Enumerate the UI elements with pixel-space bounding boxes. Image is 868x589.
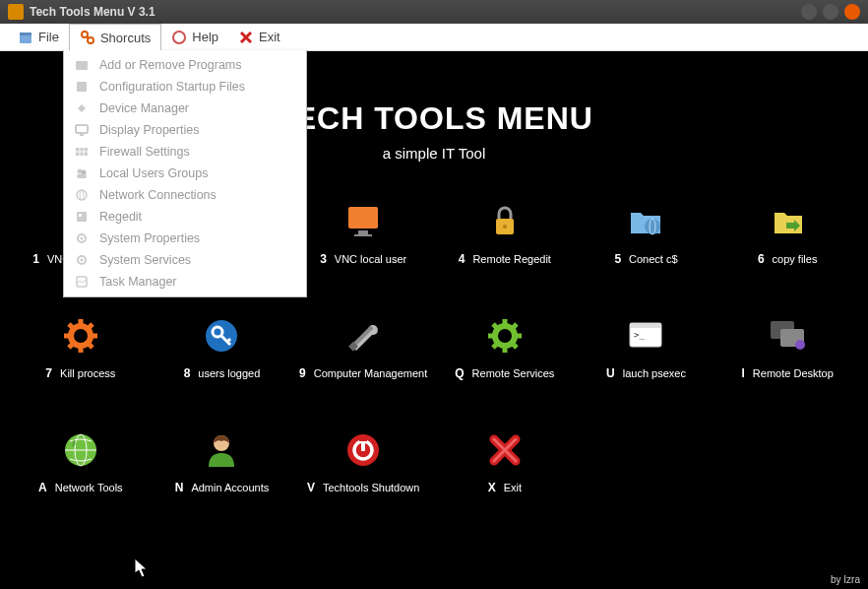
- svg-rect-36: [348, 207, 378, 229]
- tile-label: Exit: [504, 482, 522, 493]
- svg-line-66: [512, 324, 517, 329]
- svg-point-41: [645, 219, 660, 234]
- dropdown-item-device-manager[interactable]: Device Manager: [64, 98, 306, 119]
- dropdown-item-services[interactable]: System Services: [64, 249, 306, 271]
- tile-exit[interactable]: XExit: [434, 429, 576, 494]
- tile-remote-regedit[interactable]: 4Remote Regedit: [434, 201, 576, 266]
- menu-help[interactable]: Help: [161, 24, 228, 50]
- dropdown-label: Display Properties: [99, 123, 199, 137]
- tile-network-tools[interactable]: ANetwork Tools: [10, 429, 152, 494]
- svg-line-49: [88, 343, 93, 348]
- dropdown-item-firewall[interactable]: Firewall Settings: [64, 141, 306, 163]
- regedit-icon: [74, 209, 90, 225]
- maximize-button[interactable]: [823, 4, 838, 20]
- tile-key: Q: [455, 366, 464, 380]
- dropdown-item-display[interactable]: Display Properties: [64, 119, 306, 141]
- dropdown-item-network[interactable]: Network Connections: [64, 184, 306, 206]
- dropdown-label: Local Users Groups: [99, 166, 208, 180]
- exit-x-icon: [238, 30, 254, 45]
- app-icon: [8, 4, 24, 20]
- tile-label: Techtools Shutdown: [323, 482, 419, 493]
- close-button[interactable]: [844, 4, 860, 20]
- dropdown-item-regedit[interactable]: Regedit: [64, 206, 306, 228]
- shortcuts-dropdown: Add or Remove Programs Configuration Sta…: [63, 50, 307, 297]
- help-icon: [171, 30, 187, 45]
- tile-kill-process[interactable]: 7Kill process: [10, 315, 152, 380]
- tile-key: 1: [32, 252, 39, 266]
- tile-computer-mgmt[interactable]: 9Computer Management: [292, 315, 434, 380]
- link-icon: [80, 30, 95, 45]
- dropdown-item-config-startup[interactable]: Configuration Startup Files: [64, 76, 306, 98]
- dropdown-label: System Services: [99, 253, 191, 267]
- tile-key: U: [606, 366, 615, 380]
- menu-shortcuts-label: Shorcuts: [100, 31, 151, 45]
- menu-exit[interactable]: Exit: [228, 24, 290, 50]
- tile-key: V: [307, 481, 315, 494]
- tile-key: 5: [614, 252, 621, 266]
- svg-point-18: [82, 170, 87, 175]
- network-icon: [74, 187, 90, 203]
- gear-green-icon: [484, 315, 526, 357]
- dropdown-label: Regedit: [99, 210, 142, 224]
- tile-key: 6: [758, 252, 765, 266]
- tile-key: N: [175, 481, 184, 494]
- svg-line-63: [493, 324, 498, 329]
- tile-label: users logged: [198, 367, 260, 379]
- dropdown-item-local-users[interactable]: Local Users Groups: [64, 163, 306, 184]
- gear-orange-icon: [60, 315, 101, 357]
- tile-connect-c[interactable]: 5Conect c$: [576, 201, 717, 266]
- minimize-button[interactable]: [801, 4, 817, 20]
- power-icon: [342, 429, 384, 471]
- svg-point-27: [81, 259, 84, 262]
- file-icon: [18, 30, 33, 45]
- dropdown-label: Task Manager: [99, 275, 177, 289]
- dropdown-label: Add or Remove Programs: [99, 58, 242, 72]
- svg-line-51: [88, 324, 93, 329]
- x-red-icon: [484, 429, 526, 471]
- tile-copy-files[interactable]: 6copy files: [716, 201, 858, 266]
- lock-icon: [484, 201, 526, 242]
- tile-users-logged[interactable]: 8users logged: [152, 315, 293, 380]
- tile-psexec[interactable]: >_ Ulauch psexec: [576, 315, 717, 380]
- dropdown-item-task-manager[interactable]: Task Manager: [64, 271, 306, 293]
- tile-label: Conect c$: [629, 253, 678, 265]
- tile-key: 4: [459, 252, 465, 266]
- dropdown-label: Configuration Startup Files: [99, 80, 245, 94]
- tile-key: 9: [299, 366, 306, 380]
- device-icon: [74, 100, 90, 116]
- menubar: File Shorcuts Help Exit: [0, 24, 868, 51]
- svg-rect-9: [76, 61, 88, 70]
- tile-remote-services[interactable]: QRemote Services: [434, 315, 576, 380]
- svg-rect-23: [79, 214, 82, 217]
- tile-shutdown[interactable]: VTechtools Shutdown: [292, 429, 434, 494]
- services-icon: [74, 252, 90, 268]
- svg-point-20: [77, 190, 87, 200]
- window-title: Tech Tools Menu V 3.1: [30, 5, 155, 19]
- tile-label: Remote Services: [472, 367, 555, 379]
- tile-vnc-local[interactable]: 3VNC local user: [292, 201, 434, 266]
- task-icon: [74, 274, 90, 290]
- dropdown-label: Network Connections: [99, 188, 217, 202]
- folder-globe-icon: [625, 201, 666, 242]
- tile-label: copy files: [773, 253, 818, 265]
- svg-point-25: [81, 237, 84, 240]
- tile-remote-desktop[interactable]: IRemote Desktop: [716, 315, 858, 380]
- tile-key: 3: [320, 252, 327, 266]
- svg-rect-10: [77, 82, 87, 92]
- tile-admin-accounts[interactable]: NAdmin Accounts: [152, 429, 293, 494]
- svg-line-50: [69, 343, 74, 348]
- svg-line-65: [493, 343, 498, 348]
- dropdown-label: System Properties: [99, 231, 200, 245]
- menu-help-label: Help: [192, 30, 218, 44]
- dropdown-item-system-props[interactable]: System Properties: [64, 228, 306, 249]
- menu-file-label: File: [38, 30, 59, 44]
- key-blue-icon: [201, 315, 242, 357]
- menu-shortcuts[interactable]: Shorcuts: [69, 24, 161, 50]
- dropdown-item-add-remove[interactable]: Add or Remove Programs: [64, 54, 306, 76]
- menu-file[interactable]: File: [8, 24, 69, 50]
- svg-point-72: [795, 340, 805, 350]
- menu-exit-label: Exit: [259, 30, 280, 44]
- firewall-icon: [74, 144, 90, 160]
- display-icon: [74, 122, 90, 138]
- tile-key: A: [38, 481, 47, 494]
